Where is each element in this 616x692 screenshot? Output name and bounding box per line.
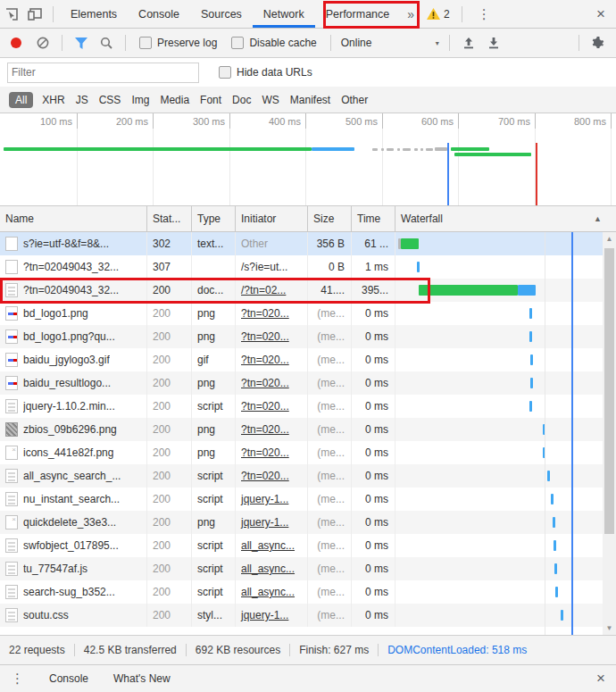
throttling-select[interactable]: Online ▾ (341, 37, 439, 49)
divider (378, 644, 379, 656)
resource-type-icon-page (5, 260, 18, 274)
network-request-row[interactable]: bd_logo1.png?qu...200png?tn=020...(me...… (0, 325, 616, 348)
drawer-menu-icon[interactable]: ⋮ (0, 671, 37, 687)
cell-name-container: quickdelete_33e3... (0, 511, 147, 534)
more-tabs-icon[interactable]: » (400, 7, 421, 21)
cell-time: 0 ms (352, 557, 395, 580)
network-overview-timeline[interactable]: 100 ms200 ms300 ms400 ms500 ms600 ms700 … (0, 113, 616, 206)
import-har-icon[interactable] (459, 33, 479, 53)
export-har-icon[interactable] (484, 33, 504, 53)
network-request-row[interactable]: bd_logo1.png200png?tn=020...(me...0 ms (0, 302, 616, 325)
type-filter-js[interactable]: JS (76, 94, 88, 106)
network-request-row[interactable]: tu_77547af.js200scriptall_async...(me...… (0, 557, 616, 580)
type-filter-ws[interactable]: WS (262, 94, 279, 106)
network-request-row[interactable]: baidu_resultlogo...200png?tn=020...(me..… (0, 371, 616, 395)
cell-initiator[interactable]: jquery-1... (236, 604, 308, 627)
device-toolbar-icon[interactable] (23, 4, 46, 25)
disable-cache-toggle[interactable]: Disable cache (231, 37, 316, 49)
disable-cache-checkbox[interactable] (231, 37, 244, 49)
tab-performance[interactable]: Performance (315, 1, 401, 28)
type-filter-all[interactable]: All (9, 92, 33, 108)
waterfall-green-segment (419, 285, 518, 296)
inspect-element-icon[interactable] (0, 4, 23, 25)
overview-gray-bar (403, 148, 411, 151)
network-request-row[interactable]: s?ie=utf-8&f=8&...302text...Other356 B61… (0, 232, 616, 255)
type-filter-media[interactable]: Media (160, 94, 189, 106)
cell-time: 0 ms (352, 464, 395, 488)
cell-initiator[interactable]: ?tn=020... (236, 302, 308, 325)
cell-initiator[interactable]: /?tn=02... (236, 279, 308, 302)
devtools-menu-icon[interactable]: ⋮ (469, 6, 500, 22)
cell-initiator[interactable]: ?tn=020... (236, 464, 308, 488)
network-request-row[interactable]: jquery-1.10.2.min...200script?tn=020...(… (0, 395, 616, 418)
tab-elements[interactable]: Elements (60, 1, 128, 28)
cell-size: (me... (308, 511, 352, 534)
cell-initiator[interactable]: all_async... (236, 580, 308, 604)
overview-gridline-cap (382, 113, 383, 129)
network-settings-gear-icon[interactable] (588, 33, 608, 53)
vertical-scrollbar[interactable]: ▲▼ (603, 232, 616, 635)
network-request-row[interactable]: ?tn=02049043_32...307/s?ie=ut...0 B1 ms (0, 255, 616, 279)
overview-gridline-cap (611, 113, 612, 129)
cell-waterfall (395, 279, 616, 302)
column-header-name[interactable]: Name (0, 206, 147, 231)
close-drawer-icon[interactable]: × (591, 670, 616, 688)
hide-data-urls-toggle[interactable]: Hide data URLs (219, 66, 312, 79)
overview-gridline-cap (535, 113, 536, 129)
close-devtools-icon[interactable]: × (591, 5, 616, 23)
preserve-log-toggle[interactable]: Preserve log (139, 37, 217, 49)
column-header-time[interactable]: Time (352, 206, 395, 231)
type-filter-img[interactable]: Img (131, 94, 149, 106)
column-header-type[interactable]: Type (192, 206, 236, 231)
network-request-row[interactable]: nu_instant_search...200scriptjquery-1...… (0, 488, 616, 511)
type-filter-xhr[interactable]: XHR (42, 94, 64, 106)
search-icon[interactable] (96, 33, 116, 53)
type-filter-doc[interactable]: Doc (232, 94, 251, 106)
filter-input[interactable] (7, 63, 199, 83)
network-request-row[interactable]: all_async_search_...200script?tn=020...(… (0, 464, 616, 488)
tab-console[interactable]: Console (128, 1, 190, 28)
column-header-initiator[interactable]: Initiator (236, 206, 308, 231)
cell-initiator[interactable]: ?tn=020... (236, 325, 308, 348)
type-filter-font[interactable]: Font (200, 94, 221, 106)
column-header-size[interactable]: Size (308, 206, 352, 231)
cell-initiator[interactable]: ?tn=020... (236, 371, 308, 395)
tab-sources[interactable]: Sources (190, 1, 253, 28)
cell-initiator[interactable]: jquery-1... (236, 511, 308, 534)
cell-initiator[interactable]: all_async... (236, 557, 308, 580)
type-filter-manifest[interactable]: Manifest (290, 94, 330, 106)
type-filter-other[interactable]: Other (341, 94, 368, 106)
record-network-log-button[interactable] (11, 38, 21, 48)
hide-data-urls-checkbox[interactable] (219, 66, 231, 79)
cell-initiator[interactable]: all_async... (236, 534, 308, 557)
type-filter-css[interactable]: CSS (99, 94, 121, 106)
column-header-stat[interactable]: Stat... (147, 206, 192, 231)
network-request-row[interactable]: baidu_jgylogo3.gif200gif?tn=020...(me...… (0, 348, 616, 371)
clear-network-log-icon[interactable] (33, 33, 53, 53)
console-warning-badge[interactable]: 2 (421, 8, 455, 21)
preserve-log-checkbox[interactable] (139, 37, 152, 49)
cell-initiator[interactable]: jquery-1... (236, 488, 308, 511)
filter-funnel-icon[interactable] (71, 33, 91, 53)
network-request-row[interactable]: zbios_09b6296.png200png?tn=020...(me...0… (0, 418, 616, 441)
scrollbar-up-icon[interactable]: ▲ (603, 232, 616, 246)
scrollbar-down-icon[interactable]: ▼ (603, 621, 616, 635)
cell-initiator[interactable]: ?tn=020... (236, 395, 308, 418)
scrollbar-thumb[interactable] (604, 248, 614, 534)
drawer-tab-what-s-new[interactable]: What's New (101, 665, 183, 692)
network-request-row[interactable]: soutu.css200styl...jquery-1...(me...0 ms (0, 604, 616, 627)
network-request-row[interactable]: quickdelete_33e3...200pngjquery-1...(me.… (0, 511, 616, 534)
cell-type: png (192, 302, 236, 325)
tab-network[interactable]: Network (253, 1, 315, 28)
network-request-row[interactable]: search-sug_b352...200scriptall_async...(… (0, 580, 616, 604)
network-request-row[interactable]: ?tn=02049043_32...200doc.../?tn=02...41.… (0, 279, 616, 302)
cell-status: 200 (147, 441, 192, 464)
network-request-row[interactable]: icons_441e82f.png200png?tn=020...(me...0… (0, 441, 616, 464)
drawer-tab-console[interactable]: Console (37, 665, 101, 692)
cell-initiator[interactable]: ?tn=020... (236, 348, 308, 371)
cell-initiator[interactable]: ?tn=020... (236, 418, 308, 441)
cell-initiator[interactable]: ?tn=020... (236, 441, 308, 464)
column-header-waterfall[interactable]: Waterfall▲ (395, 206, 616, 231)
sort-arrow-icon[interactable]: ▲ (594, 206, 602, 231)
network-request-row[interactable]: swfobject_017895...200scriptall_async...… (0, 534, 616, 557)
